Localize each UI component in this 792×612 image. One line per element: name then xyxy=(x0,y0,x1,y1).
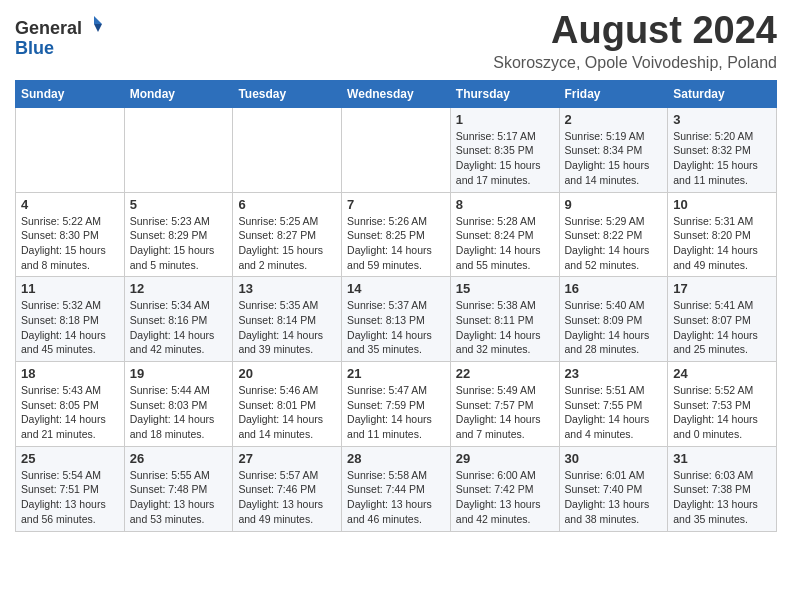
logo-general: General xyxy=(15,18,82,38)
day-number: 6 xyxy=(238,197,336,212)
calendar-cell: 24Sunrise: 5:52 AM Sunset: 7:53 PM Dayli… xyxy=(668,362,777,447)
day-number: 8 xyxy=(456,197,554,212)
day-number: 17 xyxy=(673,281,771,296)
calendar-cell: 20Sunrise: 5:46 AM Sunset: 8:01 PM Dayli… xyxy=(233,362,342,447)
day-number: 4 xyxy=(21,197,119,212)
calendar-cell: 13Sunrise: 5:35 AM Sunset: 8:14 PM Dayli… xyxy=(233,277,342,362)
day-detail: Sunrise: 5:28 AM Sunset: 8:24 PM Dayligh… xyxy=(456,215,541,271)
calendar-cell: 23Sunrise: 5:51 AM Sunset: 7:55 PM Dayli… xyxy=(559,362,668,447)
calendar-cell: 29Sunrise: 6:00 AM Sunset: 7:42 PM Dayli… xyxy=(450,446,559,531)
calendar-cell xyxy=(124,107,233,192)
day-number: 22 xyxy=(456,366,554,381)
logo: General Blue xyxy=(15,14,104,59)
day-detail: Sunrise: 5:37 AM Sunset: 8:13 PM Dayligh… xyxy=(347,299,432,355)
calendar-cell: 16Sunrise: 5:40 AM Sunset: 8:09 PM Dayli… xyxy=(559,277,668,362)
day-number: 12 xyxy=(130,281,228,296)
title-block: August 2024 Skoroszyce, Opole Voivodeshi… xyxy=(493,10,777,72)
calendar-cell: 19Sunrise: 5:44 AM Sunset: 8:03 PM Dayli… xyxy=(124,362,233,447)
day-detail: Sunrise: 5:57 AM Sunset: 7:46 PM Dayligh… xyxy=(238,469,323,525)
header-row: SundayMondayTuesdayWednesdayThursdayFrid… xyxy=(16,80,777,107)
calendar-cell: 7Sunrise: 5:26 AM Sunset: 8:25 PM Daylig… xyxy=(342,192,451,277)
col-header-saturday: Saturday xyxy=(668,80,777,107)
subtitle: Skoroszyce, Opole Voivodeship, Poland xyxy=(493,54,777,72)
day-number: 14 xyxy=(347,281,445,296)
day-number: 31 xyxy=(673,451,771,466)
day-number: 5 xyxy=(130,197,228,212)
day-number: 2 xyxy=(565,112,663,127)
day-detail: Sunrise: 5:31 AM Sunset: 8:20 PM Dayligh… xyxy=(673,215,758,271)
day-number: 26 xyxy=(130,451,228,466)
col-header-friday: Friday xyxy=(559,80,668,107)
day-number: 13 xyxy=(238,281,336,296)
day-number: 28 xyxy=(347,451,445,466)
day-detail: Sunrise: 5:25 AM Sunset: 8:27 PM Dayligh… xyxy=(238,215,323,271)
svg-marker-1 xyxy=(94,24,102,32)
day-number: 30 xyxy=(565,451,663,466)
calendar-cell: 10Sunrise: 5:31 AM Sunset: 8:20 PM Dayli… xyxy=(668,192,777,277)
day-number: 10 xyxy=(673,197,771,212)
calendar-table: SundayMondayTuesdayWednesdayThursdayFrid… xyxy=(15,80,777,532)
day-detail: Sunrise: 5:19 AM Sunset: 8:34 PM Dayligh… xyxy=(565,130,650,186)
week-row-2: 4Sunrise: 5:22 AM Sunset: 8:30 PM Daylig… xyxy=(16,192,777,277)
col-header-sunday: Sunday xyxy=(16,80,125,107)
calendar-cell: 11Sunrise: 5:32 AM Sunset: 8:18 PM Dayli… xyxy=(16,277,125,362)
calendar-cell: 27Sunrise: 5:57 AM Sunset: 7:46 PM Dayli… xyxy=(233,446,342,531)
day-number: 16 xyxy=(565,281,663,296)
calendar-cell: 21Sunrise: 5:47 AM Sunset: 7:59 PM Dayli… xyxy=(342,362,451,447)
day-detail: Sunrise: 5:29 AM Sunset: 8:22 PM Dayligh… xyxy=(565,215,650,271)
day-detail: Sunrise: 6:03 AM Sunset: 7:38 PM Dayligh… xyxy=(673,469,758,525)
day-detail: Sunrise: 5:51 AM Sunset: 7:55 PM Dayligh… xyxy=(565,384,650,440)
day-detail: Sunrise: 5:41 AM Sunset: 8:07 PM Dayligh… xyxy=(673,299,758,355)
calendar-cell xyxy=(233,107,342,192)
day-number: 3 xyxy=(673,112,771,127)
calendar-cell: 12Sunrise: 5:34 AM Sunset: 8:16 PM Dayli… xyxy=(124,277,233,362)
day-number: 15 xyxy=(456,281,554,296)
col-header-monday: Monday xyxy=(124,80,233,107)
day-number: 20 xyxy=(238,366,336,381)
logo-icon xyxy=(84,14,104,34)
calendar-cell: 6Sunrise: 5:25 AM Sunset: 8:27 PM Daylig… xyxy=(233,192,342,277)
logo-blue: Blue xyxy=(15,38,54,58)
calendar-cell: 9Sunrise: 5:29 AM Sunset: 8:22 PM Daylig… xyxy=(559,192,668,277)
day-number: 21 xyxy=(347,366,445,381)
day-number: 19 xyxy=(130,366,228,381)
week-row-1: 1Sunrise: 5:17 AM Sunset: 8:35 PM Daylig… xyxy=(16,107,777,192)
calendar-cell: 30Sunrise: 6:01 AM Sunset: 7:40 PM Dayli… xyxy=(559,446,668,531)
day-number: 23 xyxy=(565,366,663,381)
calendar-cell: 5Sunrise: 5:23 AM Sunset: 8:29 PM Daylig… xyxy=(124,192,233,277)
calendar-cell: 17Sunrise: 5:41 AM Sunset: 8:07 PM Dayli… xyxy=(668,277,777,362)
day-detail: Sunrise: 5:58 AM Sunset: 7:44 PM Dayligh… xyxy=(347,469,432,525)
calendar-cell: 28Sunrise: 5:58 AM Sunset: 7:44 PM Dayli… xyxy=(342,446,451,531)
calendar-cell: 25Sunrise: 5:54 AM Sunset: 7:51 PM Dayli… xyxy=(16,446,125,531)
day-number: 18 xyxy=(21,366,119,381)
day-detail: Sunrise: 5:20 AM Sunset: 8:32 PM Dayligh… xyxy=(673,130,758,186)
day-detail: Sunrise: 5:26 AM Sunset: 8:25 PM Dayligh… xyxy=(347,215,432,271)
calendar-cell: 2Sunrise: 5:19 AM Sunset: 8:34 PM Daylig… xyxy=(559,107,668,192)
day-detail: Sunrise: 5:55 AM Sunset: 7:48 PM Dayligh… xyxy=(130,469,215,525)
calendar-cell: 15Sunrise: 5:38 AM Sunset: 8:11 PM Dayli… xyxy=(450,277,559,362)
day-number: 9 xyxy=(565,197,663,212)
calendar-cell: 22Sunrise: 5:49 AM Sunset: 7:57 PM Dayli… xyxy=(450,362,559,447)
day-number: 7 xyxy=(347,197,445,212)
week-row-4: 18Sunrise: 5:43 AM Sunset: 8:05 PM Dayli… xyxy=(16,362,777,447)
calendar-cell: 4Sunrise: 5:22 AM Sunset: 8:30 PM Daylig… xyxy=(16,192,125,277)
calendar-cell: 18Sunrise: 5:43 AM Sunset: 8:05 PM Dayli… xyxy=(16,362,125,447)
col-header-wednesday: Wednesday xyxy=(342,80,451,107)
day-detail: Sunrise: 5:46 AM Sunset: 8:01 PM Dayligh… xyxy=(238,384,323,440)
day-detail: Sunrise: 5:49 AM Sunset: 7:57 PM Dayligh… xyxy=(456,384,541,440)
day-detail: Sunrise: 5:23 AM Sunset: 8:29 PM Dayligh… xyxy=(130,215,215,271)
day-detail: Sunrise: 5:38 AM Sunset: 8:11 PM Dayligh… xyxy=(456,299,541,355)
calendar-cell: 3Sunrise: 5:20 AM Sunset: 8:32 PM Daylig… xyxy=(668,107,777,192)
calendar-cell: 8Sunrise: 5:28 AM Sunset: 8:24 PM Daylig… xyxy=(450,192,559,277)
calendar-cell: 31Sunrise: 6:03 AM Sunset: 7:38 PM Dayli… xyxy=(668,446,777,531)
day-detail: Sunrise: 6:00 AM Sunset: 7:42 PM Dayligh… xyxy=(456,469,541,525)
calendar-cell: 1Sunrise: 5:17 AM Sunset: 8:35 PM Daylig… xyxy=(450,107,559,192)
day-detail: Sunrise: 5:54 AM Sunset: 7:51 PM Dayligh… xyxy=(21,469,106,525)
calendar-cell xyxy=(16,107,125,192)
week-row-5: 25Sunrise: 5:54 AM Sunset: 7:51 PM Dayli… xyxy=(16,446,777,531)
day-detail: Sunrise: 5:47 AM Sunset: 7:59 PM Dayligh… xyxy=(347,384,432,440)
day-detail: Sunrise: 5:34 AM Sunset: 8:16 PM Dayligh… xyxy=(130,299,215,355)
day-number: 11 xyxy=(21,281,119,296)
day-detail: Sunrise: 5:52 AM Sunset: 7:53 PM Dayligh… xyxy=(673,384,758,440)
day-detail: Sunrise: 5:22 AM Sunset: 8:30 PM Dayligh… xyxy=(21,215,106,271)
